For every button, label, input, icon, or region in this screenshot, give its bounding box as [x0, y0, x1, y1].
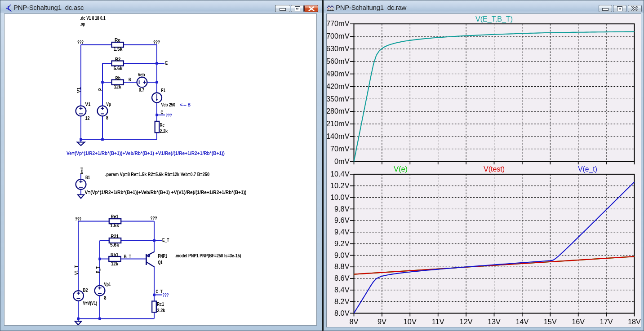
svg-text:Rb: Rb — [115, 75, 121, 81]
svg-text:350mV: 350mV — [327, 95, 350, 103]
svg-text:140mV: 140mV — [327, 132, 350, 140]
svg-text:17V: 17V — [600, 318, 613, 326]
svg-text:V1_T: V1_T — [74, 265, 79, 275]
svg-text:V=(Vp*(1/R2+1/Rb*(B+1))+Veb/Rb: V=(Vp*(1/R2+1/Rb*(B+1))+Veb/Rb*(B+1) +V(… — [85, 190, 247, 195]
svg-text:V(e_t): V(e_t) — [578, 165, 597, 173]
svg-text:15V: 15V — [543, 318, 556, 326]
svg-text:B2: B2 — [83, 287, 88, 293]
svg-text:12: 12 — [85, 115, 90, 121]
svg-text:V1: V1 — [76, 87, 81, 93]
svg-text:Rb1: Rb1 — [111, 252, 119, 257]
svg-text:2.2k: 2.2k — [157, 308, 165, 313]
svg-text:C_T: C_T — [156, 289, 163, 294]
svg-text:9.0V: 9.0V — [334, 251, 350, 259]
svg-text:Veb 250: Veb 250 — [161, 102, 176, 107]
svg-text:Vp1: Vp1 — [104, 282, 111, 287]
svg-text:490mV: 490mV — [327, 70, 350, 78]
svg-text:0.7: 0.7 — [139, 87, 144, 93]
svg-text:11V: 11V — [431, 318, 444, 326]
svg-text:.model PNP1 PNP(BF=250 Is=3e-1: .model PNP1 PNP(BF=250 Is=3e-15) — [175, 253, 241, 258]
svg-text:10.4V: 10.4V — [330, 170, 349, 178]
svg-text:B_T: B_T — [124, 254, 132, 259]
svg-text:???: ??? — [166, 113, 172, 118]
svg-text:9V: 9V — [377, 318, 386, 326]
svg-text:770mV: 770mV — [327, 19, 350, 27]
svg-text:10.2V: 10.2V — [330, 181, 349, 190]
svg-text:210mV: 210mV — [327, 119, 350, 128]
svg-text:14V: 14V — [515, 318, 529, 326]
svg-text:???: ??? — [163, 292, 169, 298]
svg-text:18V: 18V — [628, 318, 641, 326]
svg-text:1.5k: 1.5k — [110, 223, 119, 228]
svg-text:16V: 16V — [572, 318, 585, 326]
svg-text:.op: .op — [80, 21, 85, 26]
svg-text:70mV: 70mV — [330, 145, 349, 153]
svg-text:630mV: 630mV — [327, 44, 350, 53]
svg-text:8.6V: 8.6V — [334, 274, 350, 282]
svg-text:9.6V: 9.6V — [334, 216, 350, 224]
svg-text:560mV: 560mV — [327, 57, 350, 65]
svg-text:8V: 8V — [349, 318, 358, 326]
svg-text:Rc1: Rc1 — [157, 301, 164, 307]
svg-text:PNP1: PNP1 — [158, 253, 168, 259]
svg-text:B1: B1 — [85, 175, 90, 180]
svg-text:V(E_T,B_T): V(E_T,B_T) — [475, 15, 513, 23]
svg-text:5.6k: 5.6k — [110, 242, 119, 247]
svg-text:1.5k: 1.5k — [114, 46, 123, 52]
svg-text:10V: 10V — [403, 318, 416, 326]
svg-text:5.6k: 5.6k — [114, 66, 123, 71]
svg-text:Q1: Q1 — [158, 260, 163, 265]
svg-text:9.8V: 9.8V — [334, 205, 350, 213]
svg-text:C: C — [161, 110, 164, 115]
svg-text:E_T: E_T — [162, 238, 169, 243]
svg-text:???: ??? — [77, 40, 84, 45]
svg-text:R21: R21 — [111, 234, 119, 239]
svg-text:2.2k: 2.2k — [160, 128, 168, 134]
svg-text:12V: 12V — [459, 318, 472, 326]
svg-text:Ve=(Vp*(1/R2+1/Rb*(B+1))+Veb/R: Ve=(Vp*(1/R2+1/Rb*(B+1))+Veb/Rb*(B+1) +V… — [67, 150, 225, 156]
svg-text:10.0V: 10.0V — [330, 193, 349, 201]
svg-text:.param Vp=8 Re=1.5k R2=5.6k Rb: .param Vp=8 Re=1.5k R2=5.6k Rb=12k Veb=0… — [105, 172, 209, 177]
svg-text:8.2V: 8.2V — [334, 297, 350, 305]
svg-text:700mV: 700mV — [327, 32, 350, 40]
svg-text:13V: 13V — [488, 318, 501, 326]
svg-text:8: 8 — [104, 295, 107, 300]
svg-text:R2: R2 — [115, 57, 121, 62]
svg-text:0mV: 0mV — [334, 157, 350, 165]
svg-text:???: ??? — [151, 216, 157, 221]
svg-text:8: 8 — [106, 115, 108, 120]
svg-text:F1: F1 — [161, 88, 166, 93]
svg-text:???: ??? — [153, 40, 160, 45]
svg-text:V=V(V1): V=V(V1) — [83, 300, 98, 306]
svg-text:12k: 12k — [114, 84, 121, 89]
svg-text:9.4V: 9.4V — [334, 228, 350, 236]
svg-text:Rc: Rc — [160, 122, 165, 128]
svg-text:Re1: Re1 — [111, 214, 119, 219]
svg-text:test: test — [79, 167, 84, 174]
svg-text:.dc V1 8 18 0.1: .dc V1 8 18 0.1 — [80, 15, 106, 21]
svg-text:Vp: Vp — [107, 102, 111, 107]
svg-text:<--- B: <--- B — [180, 102, 191, 107]
svg-text:Veb: Veb — [138, 72, 145, 77]
svg-text:V1: V1 — [85, 102, 91, 107]
svg-text:E: E — [165, 60, 168, 66]
svg-text:B: B — [129, 77, 131, 82]
svg-text:P: P — [98, 88, 103, 91]
svg-text:V(test): V(test) — [484, 165, 505, 173]
svg-text:420mV: 420mV — [327, 82, 350, 90]
svg-text:Re: Re — [115, 37, 120, 43]
svg-text:9.2V: 9.2V — [334, 239, 350, 247]
svg-text:V(e): V(e) — [394, 165, 408, 173]
svg-text:280mV: 280mV — [327, 107, 350, 115]
svg-text:12k: 12k — [111, 261, 118, 266]
svg-text:???: ??? — [75, 216, 81, 222]
svg-text:P_T: P_T — [95, 266, 101, 273]
svg-text:8.4V: 8.4V — [334, 286, 350, 294]
svg-text:8.0V: 8.0V — [334, 309, 350, 317]
svg-text:8.8V: 8.8V — [334, 262, 350, 270]
